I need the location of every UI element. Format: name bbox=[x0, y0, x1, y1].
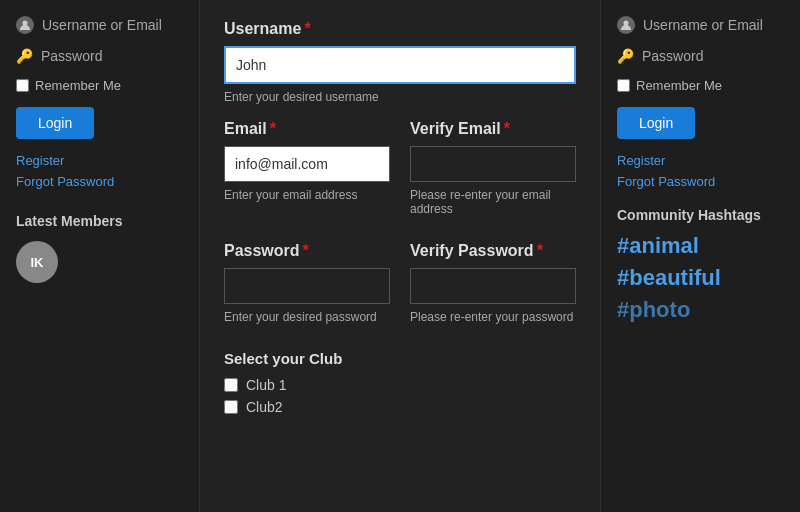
club1-option: Club 1 bbox=[224, 377, 576, 393]
member-avatar[interactable]: IK bbox=[16, 241, 58, 283]
community-hashtags-section: Community Hashtags #animal #beautiful #p… bbox=[617, 207, 784, 323]
club2-checkbox[interactable] bbox=[224, 400, 238, 414]
password-label: Password* bbox=[224, 242, 390, 260]
right-username-placeholder: Username or Email bbox=[643, 17, 763, 33]
community-hashtags-title: Community Hashtags bbox=[617, 207, 784, 223]
left-password-placeholder: Password bbox=[41, 48, 102, 64]
verify-email-hint: Please re-enter your email address bbox=[410, 188, 576, 216]
club2-option: Club2 bbox=[224, 399, 576, 415]
verify-password-hint: Please re-enter your password bbox=[410, 310, 576, 324]
right-login-button[interactable]: Login bbox=[617, 107, 695, 139]
svg-point-0 bbox=[23, 21, 28, 26]
right-sidebar: Username or Email 🔑 Password Remember Me… bbox=[600, 0, 800, 512]
password-hint: Enter your desired password bbox=[224, 310, 390, 324]
password-col: Password* Enter your desired password bbox=[224, 242, 390, 340]
left-remember-row: Remember Me bbox=[16, 78, 183, 93]
main-registration-form: Username* Enter your desired username Em… bbox=[200, 0, 600, 512]
key-icon-right: 🔑 bbox=[617, 48, 634, 64]
right-forgot-password-link[interactable]: Forgot Password bbox=[617, 174, 784, 189]
username-field-section: Username* Enter your desired username bbox=[224, 20, 576, 104]
hashtag-photo[interactable]: #photo bbox=[617, 297, 784, 323]
left-remember-checkbox[interactable] bbox=[16, 79, 29, 92]
select-club-section: Select your Club Club 1 Club2 bbox=[224, 350, 576, 415]
left-username-row: Username or Email bbox=[16, 16, 183, 34]
latest-members-section: Latest Members IK bbox=[16, 213, 183, 283]
svg-point-1 bbox=[624, 21, 629, 26]
left-sidebar: Username or Email 🔑 Password Remember Me… bbox=[0, 0, 200, 512]
username-hint: Enter your desired username bbox=[224, 90, 576, 104]
select-club-label: Select your Club bbox=[224, 350, 576, 367]
password-input[interactable] bbox=[224, 268, 390, 304]
right-password-row: 🔑 Password bbox=[617, 48, 784, 64]
user-icon-right bbox=[617, 16, 635, 34]
verify-password-input[interactable] bbox=[410, 268, 576, 304]
password-row: Password* Enter your desired password Ve… bbox=[224, 242, 576, 340]
right-remember-label: Remember Me bbox=[636, 78, 722, 93]
right-password-placeholder: Password bbox=[642, 48, 703, 64]
verify-email-col: Verify Email* Please re-enter your email… bbox=[410, 120, 576, 232]
user-icon-left bbox=[16, 16, 34, 34]
left-remember-label: Remember Me bbox=[35, 78, 121, 93]
right-remember-row: Remember Me bbox=[617, 78, 784, 93]
email-label: Email* bbox=[224, 120, 390, 138]
right-register-link[interactable]: Register bbox=[617, 153, 784, 168]
left-forgot-password-link[interactable]: Forgot Password bbox=[16, 174, 183, 189]
left-register-link[interactable]: Register bbox=[16, 153, 183, 168]
username-input[interactable] bbox=[224, 46, 576, 84]
verify-email-label: Verify Email* bbox=[410, 120, 576, 138]
email-row: Email* Enter your email address Verify E… bbox=[224, 120, 576, 232]
latest-members-title: Latest Members bbox=[16, 213, 183, 229]
club1-checkbox[interactable] bbox=[224, 378, 238, 392]
hashtag-animal[interactable]: #animal bbox=[617, 233, 784, 259]
club1-label: Club 1 bbox=[246, 377, 286, 393]
email-input[interactable] bbox=[224, 146, 390, 182]
verify-password-col: Verify Password* Please re-enter your pa… bbox=[410, 242, 576, 340]
club2-label: Club2 bbox=[246, 399, 283, 415]
hashtag-beautiful[interactable]: #beautiful bbox=[617, 265, 784, 291]
right-username-row: Username or Email bbox=[617, 16, 784, 34]
left-login-button[interactable]: Login bbox=[16, 107, 94, 139]
username-label: Username* bbox=[224, 20, 576, 38]
email-col: Email* Enter your email address bbox=[224, 120, 390, 232]
left-username-placeholder: Username or Email bbox=[42, 17, 162, 33]
right-remember-checkbox[interactable] bbox=[617, 79, 630, 92]
email-hint: Enter your email address bbox=[224, 188, 390, 202]
verify-email-input[interactable] bbox=[410, 146, 576, 182]
left-password-row: 🔑 Password bbox=[16, 48, 183, 64]
key-icon-left: 🔑 bbox=[16, 48, 33, 64]
verify-password-label: Verify Password* bbox=[410, 242, 576, 260]
